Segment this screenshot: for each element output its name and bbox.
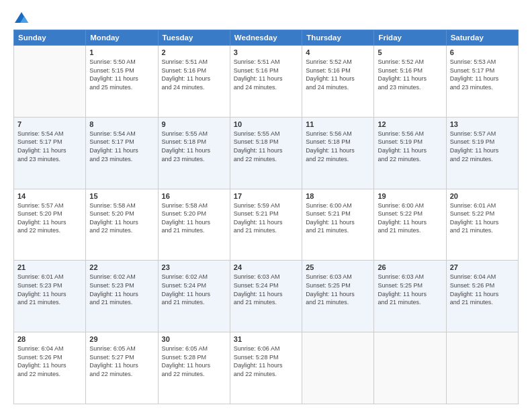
day-number: 12: [378, 120, 442, 128]
day-info: Sunrise: 5:50 AM Sunset: 5:15 PM Dayligh…: [89, 58, 154, 91]
day-info: Sunrise: 5:52 AM Sunset: 5:16 PM Dayligh…: [306, 58, 370, 91]
calendar-cell: 7Sunrise: 5:54 AM Sunset: 5:17 PM Daylig…: [14, 117, 86, 189]
logo: [13, 12, 28, 23]
calendar-header-thursday: Thursday: [302, 30, 374, 46]
calendar-cell: 19Sunrise: 6:00 AM Sunset: 5:22 PM Dayli…: [374, 189, 446, 261]
calendar-header-sunday: Sunday: [14, 30, 86, 46]
day-info: Sunrise: 5:58 AM Sunset: 5:20 PM Dayligh…: [162, 201, 226, 235]
day-info: Sunrise: 5:58 AM Sunset: 5:20 PM Dayligh…: [89, 201, 154, 235]
day-number: 8: [89, 120, 154, 128]
day-number: 24: [234, 263, 298, 271]
day-info: Sunrise: 5:51 AM Sunset: 5:16 PM Dayligh…: [234, 58, 298, 91]
calendar-cell: 26Sunrise: 6:03 AM Sunset: 5:25 PM Dayli…: [374, 261, 446, 332]
day-info: Sunrise: 6:03 AM Sunset: 5:24 PM Dayligh…: [234, 273, 298, 306]
day-info: Sunrise: 5:56 AM Sunset: 5:19 PM Dayligh…: [378, 130, 442, 163]
calendar-header-saturday: Saturday: [446, 30, 518, 46]
day-info: Sunrise: 5:51 AM Sunset: 5:16 PM Dayligh…: [162, 58, 226, 91]
day-number: 25: [306, 263, 370, 271]
day-info: Sunrise: 6:00 AM Sunset: 5:22 PM Dayligh…: [378, 201, 442, 235]
calendar-cell: 24Sunrise: 6:03 AM Sunset: 5:24 PM Dayli…: [230, 261, 302, 332]
day-number: 27: [450, 263, 515, 271]
day-number: 10: [234, 120, 298, 128]
day-number: 16: [162, 192, 226, 200]
calendar-cell: 23Sunrise: 6:02 AM Sunset: 5:24 PM Dayli…: [158, 261, 230, 332]
day-info: Sunrise: 5:55 AM Sunset: 5:18 PM Dayligh…: [234, 130, 298, 163]
calendar-cell: 9Sunrise: 5:55 AM Sunset: 5:18 PM Daylig…: [158, 117, 230, 189]
calendar-week-row: 1Sunrise: 5:50 AM Sunset: 5:15 PM Daylig…: [14, 46, 519, 118]
calendar-cell: 8Sunrise: 5:54 AM Sunset: 5:17 PM Daylig…: [86, 117, 158, 189]
day-info: Sunrise: 5:55 AM Sunset: 5:18 PM Dayligh…: [162, 130, 226, 163]
day-number: 18: [306, 192, 370, 200]
calendar-cell: 28Sunrise: 6:04 AM Sunset: 5:26 PM Dayli…: [14, 332, 86, 404]
day-info: Sunrise: 5:54 AM Sunset: 5:17 PM Dayligh…: [17, 130, 82, 163]
day-number: 17: [234, 192, 298, 200]
calendar-week-row: 21Sunrise: 6:01 AM Sunset: 5:23 PM Dayli…: [14, 261, 519, 332]
calendar-cell: 15Sunrise: 5:58 AM Sunset: 5:20 PM Dayli…: [86, 189, 158, 261]
calendar-cell: 20Sunrise: 6:01 AM Sunset: 5:22 PM Dayli…: [446, 189, 518, 261]
day-info: Sunrise: 6:04 AM Sunset: 5:26 PM Dayligh…: [17, 345, 82, 378]
calendar-cell: 31Sunrise: 6:06 AM Sunset: 5:28 PM Dayli…: [230, 332, 302, 404]
day-number: 9: [162, 120, 226, 128]
day-number: 2: [162, 48, 226, 56]
day-number: 30: [162, 335, 226, 343]
calendar-cell: 13Sunrise: 5:57 AM Sunset: 5:19 PM Dayli…: [446, 117, 518, 189]
calendar-cell: 6Sunrise: 5:53 AM Sunset: 5:17 PM Daylig…: [446, 46, 518, 118]
day-number: 14: [17, 192, 82, 200]
calendar-cell: 2Sunrise: 5:51 AM Sunset: 5:16 PM Daylig…: [158, 46, 230, 118]
day-info: Sunrise: 6:05 AM Sunset: 5:27 PM Dayligh…: [89, 345, 154, 378]
calendar-cell: [374, 332, 446, 404]
day-info: Sunrise: 6:06 AM Sunset: 5:28 PM Dayligh…: [234, 345, 298, 378]
day-number: 7: [17, 120, 82, 128]
day-number: 5: [378, 48, 442, 56]
calendar-header-row: SundayMondayTuesdayWednesdayThursdayFrid…: [14, 30, 519, 46]
day-number: 22: [89, 263, 154, 271]
calendar-week-row: 14Sunrise: 5:57 AM Sunset: 5:20 PM Dayli…: [14, 189, 519, 261]
header: [13, 12, 519, 23]
day-info: Sunrise: 5:57 AM Sunset: 5:20 PM Dayligh…: [17, 201, 82, 235]
day-number: 6: [450, 48, 515, 56]
calendar-cell: 3Sunrise: 5:51 AM Sunset: 5:16 PM Daylig…: [230, 46, 302, 118]
calendar-cell: 18Sunrise: 6:00 AM Sunset: 5:21 PM Dayli…: [302, 189, 374, 261]
calendar-week-row: 7Sunrise: 5:54 AM Sunset: 5:17 PM Daylig…: [14, 117, 519, 189]
day-number: 1: [89, 48, 154, 56]
calendar-cell: [302, 332, 374, 404]
calendar-cell: 11Sunrise: 5:56 AM Sunset: 5:18 PM Dayli…: [302, 117, 374, 189]
calendar-week-row: 28Sunrise: 6:04 AM Sunset: 5:26 PM Dayli…: [14, 332, 519, 404]
day-number: 20: [450, 192, 515, 200]
day-info: Sunrise: 5:57 AM Sunset: 5:19 PM Dayligh…: [450, 130, 515, 163]
day-info: Sunrise: 6:01 AM Sunset: 5:22 PM Dayligh…: [450, 201, 515, 235]
day-number: 19: [378, 192, 442, 200]
day-info: Sunrise: 5:56 AM Sunset: 5:18 PM Dayligh…: [306, 130, 370, 163]
day-number: 29: [89, 335, 154, 343]
day-info: Sunrise: 6:02 AM Sunset: 5:24 PM Dayligh…: [162, 273, 226, 306]
day-info: Sunrise: 6:02 AM Sunset: 5:23 PM Dayligh…: [89, 273, 154, 306]
calendar-header-tuesday: Tuesday: [158, 30, 230, 46]
day-info: Sunrise: 6:05 AM Sunset: 5:28 PM Dayligh…: [162, 345, 226, 378]
calendar-cell: 22Sunrise: 6:02 AM Sunset: 5:23 PM Dayli…: [86, 261, 158, 332]
calendar-header-wednesday: Wednesday: [230, 30, 302, 46]
calendar-cell: 4Sunrise: 5:52 AM Sunset: 5:16 PM Daylig…: [302, 46, 374, 118]
page: SundayMondayTuesdayWednesdayThursdayFrid…: [0, 0, 532, 411]
day-info: Sunrise: 5:52 AM Sunset: 5:16 PM Dayligh…: [378, 58, 442, 91]
calendar-cell: 17Sunrise: 5:59 AM Sunset: 5:21 PM Dayli…: [230, 189, 302, 261]
day-info: Sunrise: 5:54 AM Sunset: 5:17 PM Dayligh…: [89, 130, 154, 163]
calendar-cell: 27Sunrise: 6:04 AM Sunset: 5:26 PM Dayli…: [446, 261, 518, 332]
day-number: 21: [17, 263, 82, 271]
calendar-cell: 12Sunrise: 5:56 AM Sunset: 5:19 PM Dayli…: [374, 117, 446, 189]
calendar-cell: 30Sunrise: 6:05 AM Sunset: 5:28 PM Dayli…: [158, 332, 230, 404]
calendar-cell: 25Sunrise: 6:03 AM Sunset: 5:25 PM Dayli…: [302, 261, 374, 332]
day-number: 15: [89, 192, 154, 200]
day-info: Sunrise: 6:04 AM Sunset: 5:26 PM Dayligh…: [450, 273, 515, 306]
calendar-cell: [14, 46, 86, 118]
day-number: 11: [306, 120, 370, 128]
day-info: Sunrise: 5:59 AM Sunset: 5:21 PM Dayligh…: [234, 201, 298, 235]
calendar-cell: 14Sunrise: 5:57 AM Sunset: 5:20 PM Dayli…: [14, 189, 86, 261]
calendar-cell: 10Sunrise: 5:55 AM Sunset: 5:18 PM Dayli…: [230, 117, 302, 189]
day-info: Sunrise: 5:53 AM Sunset: 5:17 PM Dayligh…: [450, 58, 515, 91]
day-number: 28: [17, 335, 82, 343]
calendar-header-monday: Monday: [86, 30, 158, 46]
day-info: Sunrise: 6:03 AM Sunset: 5:25 PM Dayligh…: [378, 273, 442, 306]
logo-icon: [15, 12, 28, 23]
calendar-cell: 16Sunrise: 5:58 AM Sunset: 5:20 PM Dayli…: [158, 189, 230, 261]
calendar-table: SundayMondayTuesdayWednesdayThursdayFrid…: [13, 30, 519, 404]
